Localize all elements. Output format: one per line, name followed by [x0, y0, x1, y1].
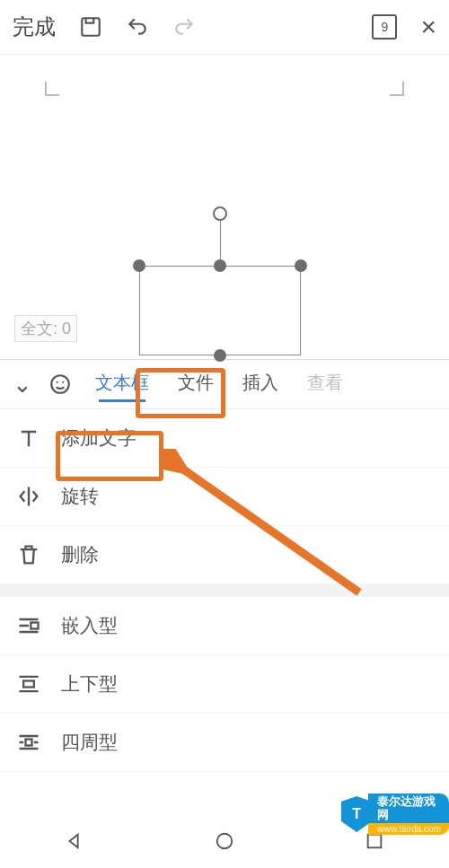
wrap-label: 上下型	[61, 671, 118, 697]
wrap-topbottom-icon	[16, 671, 41, 697]
page-corner-tr	[390, 82, 404, 96]
text-wrap-menu: 嵌入型 上下型 四周型	[0, 597, 449, 772]
resize-handle[interactable]	[133, 259, 145, 272]
trash-icon	[16, 542, 41, 567]
wrap-inline[interactable]: 嵌入型	[0, 597, 449, 655]
action-rotate[interactable]: 旋转	[0, 468, 449, 526]
action-label: 删除	[61, 542, 99, 567]
resize-handle[interactable]	[295, 259, 307, 272]
svg-rect-0	[82, 18, 100, 36]
selected-textbox[interactable]	[139, 266, 301, 355]
top-toolbar: 完成 9 ×	[0, 0, 449, 54]
svg-point-3	[62, 381, 64, 383]
action-label: 旋转	[61, 484, 99, 509]
tab-file[interactable]: 文件	[176, 362, 216, 408]
wrap-label: 嵌入型	[61, 613, 118, 638]
wrap-around[interactable]: 四周型	[0, 714, 449, 772]
svg-rect-8	[367, 835, 381, 848]
svg-rect-6	[26, 740, 32, 746]
redo-icon	[172, 15, 196, 39]
text-icon	[16, 425, 41, 451]
collapse-panel-chevron-icon[interactable]: ⌄	[13, 371, 32, 399]
wrap-top-bottom[interactable]: 上下型	[0, 655, 449, 714]
textbox-actions-menu: 添加文字 旋转 删除	[0, 409, 449, 584]
done-button[interactable]: 完成	[13, 13, 56, 41]
document-canvas[interactable]: 全文: 0	[0, 54, 449, 359]
nav-home-icon[interactable]	[215, 831, 234, 851]
selection-frame	[139, 266, 301, 355]
resize-handle[interactable]	[214, 349, 226, 362]
svg-point-2	[57, 381, 58, 383]
resize-handle[interactable]	[214, 259, 226, 272]
tab-insert[interactable]: 插入	[241, 362, 280, 408]
tab-view[interactable]: 查看	[305, 362, 345, 408]
svg-point-1	[51, 375, 69, 393]
page-count-badge[interactable]: 9	[372, 14, 397, 39]
page-corner-tl	[45, 82, 59, 96]
rotation-handle-icon[interactable]	[213, 206, 227, 221]
wrap-label: 四周型	[61, 730, 118, 755]
action-label: 添加文字	[61, 425, 136, 451]
svg-rect-4	[31, 623, 38, 629]
undo-icon[interactable]	[126, 15, 149, 39]
system-navbar	[0, 814, 449, 868]
action-add-text[interactable]: 添加文字	[0, 409, 449, 468]
action-delete[interactable]: 删除	[0, 526, 449, 584]
close-icon[interactable]: ×	[420, 13, 436, 40]
svg-point-7	[217, 834, 233, 849]
mirror-icon	[16, 484, 41, 509]
wrap-inline-icon	[16, 613, 41, 638]
word-count-badge: 全文: 0	[14, 315, 77, 342]
emoji-icon[interactable]	[48, 373, 72, 396]
nav-back-icon[interactable]	[65, 831, 84, 851]
save-icon[interactable]	[79, 15, 102, 39]
panel-tabstrip: ⌄ 文本框 文件 插入 查看	[0, 359, 449, 409]
svg-rect-5	[23, 681, 34, 688]
section-divider	[0, 584, 449, 597]
nav-recents-icon[interactable]	[365, 831, 384, 851]
wrap-around-icon	[16, 730, 41, 755]
tab-textbox[interactable]: 文本框	[93, 362, 151, 408]
